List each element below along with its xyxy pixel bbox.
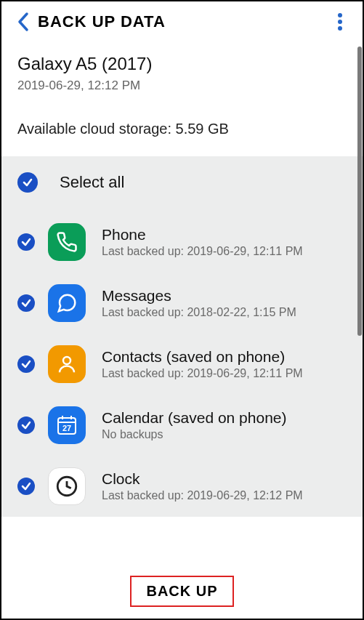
storage-label: Available cloud storage: 5.59 GB: [17, 121, 347, 137]
check-icon: [20, 480, 32, 492]
item-sub: Last backed up: 2019-06-29, 12:11 PM: [102, 245, 347, 258]
select-all-label: Select all: [60, 173, 124, 192]
item-name: Phone: [102, 226, 347, 243]
screen: BACK UP DATA Galaxy A5 (2017) 2019-06-29…: [0, 0, 364, 620]
back-button[interactable]: [9, 12, 38, 32]
item-name: Clock: [102, 470, 347, 488]
item-checkbox[interactable]: [17, 294, 35, 312]
svg-point-3: [63, 357, 70, 364]
more-vertical-icon: [338, 13, 342, 31]
messages-icon: [48, 284, 86, 322]
list-item[interactable]: Messages Last backed up: 2018-02-22, 1:1…: [1, 273, 363, 334]
app-bar: BACK UP DATA: [1, 1, 363, 42]
item-sub: Last backed up: 2019-06-29, 12:11 PM: [102, 367, 347, 380]
backup-list: Select all Phone Last backed up: 2019-06…: [1, 156, 363, 517]
list-item[interactable]: 27 Calendar (saved on phone) No backups: [1, 395, 363, 456]
item-info: Calendar (saved on phone) No backups: [102, 409, 347, 441]
svg-point-0: [338, 13, 342, 17]
item-info: Clock Last backed up: 2019-06-29, 12:12 …: [102, 470, 347, 502]
svg-point-1: [338, 20, 342, 24]
item-info: Contacts (saved on phone) Last backed up…: [102, 348, 347, 380]
svg-point-2: [338, 26, 342, 31]
item-sub: No backups: [102, 428, 347, 441]
more-menu-button[interactable]: [329, 13, 351, 31]
check-icon: [20, 236, 32, 248]
select-all-checkbox[interactable]: [17, 172, 38, 193]
device-name: Galaxy A5 (2017): [17, 54, 347, 74]
item-sub: Last backed up: 2018-02-22, 1:15 PM: [102, 306, 347, 319]
device-info: Galaxy A5 (2017) 2019-06-29, 12:12 PM: [1, 42, 363, 108]
page-title: BACK UP DATA: [38, 12, 329, 31]
scrollbar[interactable]: [357, 47, 362, 336]
select-all-row[interactable]: Select all: [1, 156, 363, 212]
device-timestamp: 2019-06-29, 12:12 PM: [17, 78, 347, 93]
storage-info: Available cloud storage: 5.59 GB: [1, 108, 363, 156]
list-item[interactable]: Phone Last backed up: 2019-06-29, 12:11 …: [1, 212, 363, 273]
check-icon: [20, 358, 32, 370]
item-info: Phone Last backed up: 2019-06-29, 12:11 …: [102, 226, 347, 258]
footer-bar: BACK UP: [1, 567, 363, 619]
list-item[interactable]: Clock Last backed up: 2019-06-29, 12:12 …: [1, 456, 363, 517]
item-name: Messages: [102, 287, 347, 305]
item-sub: Last backed up: 2019-06-29, 12:12 PM: [102, 489, 347, 502]
clock-icon: [48, 467, 86, 505]
content-area: Galaxy A5 (2017) 2019-06-29, 12:12 PM Av…: [1, 42, 363, 567]
svg-text:27: 27: [62, 424, 71, 432]
check-icon: [20, 297, 32, 309]
check-icon: [20, 419, 32, 431]
item-name: Calendar (saved on phone): [102, 409, 347, 427]
item-checkbox[interactable]: [17, 355, 35, 373]
check-icon: [22, 177, 33, 188]
item-checkbox[interactable]: [17, 233, 35, 251]
phone-icon: [48, 223, 86, 261]
item-checkbox[interactable]: [17, 416, 35, 434]
item-name: Contacts (saved on phone): [102, 348, 347, 366]
calendar-icon: 27: [48, 406, 86, 444]
item-checkbox[interactable]: [17, 478, 35, 495]
chevron-left-icon: [17, 12, 30, 32]
backup-button[interactable]: BACK UP: [130, 576, 233, 607]
list-item[interactable]: Contacts (saved on phone) Last backed up…: [1, 334, 363, 395]
contacts-icon: [48, 345, 86, 383]
item-info: Messages Last backed up: 2018-02-22, 1:1…: [102, 287, 347, 319]
